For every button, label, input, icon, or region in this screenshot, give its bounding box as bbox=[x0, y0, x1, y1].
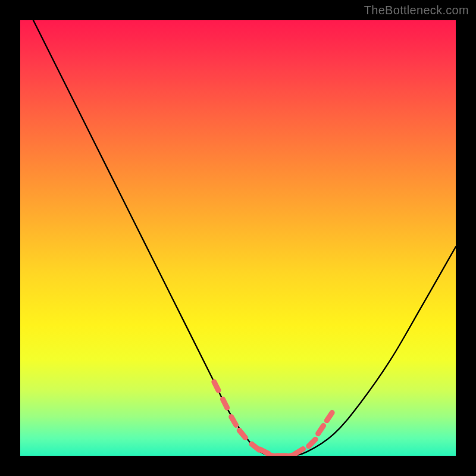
marker-segment bbox=[318, 425, 324, 433]
marker-segment bbox=[223, 399, 227, 408]
marker-segment bbox=[309, 439, 315, 446]
marker-segment bbox=[327, 412, 332, 420]
chart-stage: TheBottleneck.com bbox=[0, 0, 476, 476]
highlight-markers bbox=[214, 382, 332, 456]
curve-layer bbox=[20, 20, 456, 456]
marker-segment bbox=[214, 382, 218, 390]
watermark-text: TheBottleneck.com bbox=[364, 4, 469, 17]
plot-area bbox=[20, 20, 456, 456]
bottleneck-curve bbox=[33, 20, 456, 456]
marker-segment bbox=[231, 416, 236, 425]
marker-segment bbox=[239, 430, 245, 437]
